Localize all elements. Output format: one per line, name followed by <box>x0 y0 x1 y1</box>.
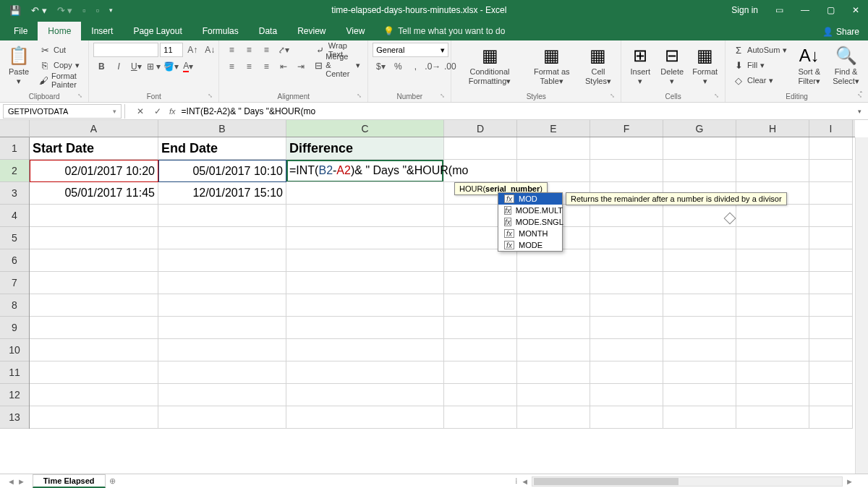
cell[interactable] <box>286 182 444 205</box>
insert-cells-button[interactable]: ⊞Insert▾ <box>626 43 655 87</box>
cell[interactable] <box>30 227 158 249</box>
align-bottom-icon[interactable]: ≡ <box>258 43 274 57</box>
row-header[interactable]: 7 <box>0 272 29 294</box>
cell[interactable] <box>517 406 590 429</box>
font-color-icon[interactable]: A▾ <box>180 59 196 74</box>
column-header[interactable]: C <box>286 120 444 137</box>
format-painter-button[interactable]: 🖌Format Painter <box>36 73 84 87</box>
cell[interactable] <box>444 272 517 294</box>
cell[interactable] <box>590 249 663 272</box>
cell[interactable] <box>444 137 517 160</box>
cell[interactable] <box>809 406 853 429</box>
underline-icon[interactable]: U ▾ <box>128 59 144 74</box>
cell[interactable] <box>444 361 517 384</box>
tab-home[interactable]: Home <box>38 22 81 40</box>
clear-button[interactable]: ◇Clear ▾ <box>730 73 790 87</box>
autocomplete-item[interactable]: fxMODE.MULT <box>498 205 562 216</box>
cell[interactable] <box>736 205 809 227</box>
cell[interactable] <box>444 339 517 361</box>
fill-button[interactable]: ⬇Fill ▾ <box>730 58 790 72</box>
sheet-tab[interactable]: Time Elapsed <box>33 474 106 488</box>
row-header[interactable]: 10 <box>0 339 29 361</box>
column-header[interactable]: G <box>663 120 736 137</box>
cell[interactable] <box>590 317 663 339</box>
autocomplete-item[interactable]: fxMODE <box>498 239 562 251</box>
autocomplete-item[interactable]: fxMOD <box>498 193 562 205</box>
expand-formula-icon[interactable]: ▾ <box>851 104 868 119</box>
row-header[interactable]: 2 <box>0 160 29 182</box>
align-center-icon[interactable]: ≡ <box>241 59 257 74</box>
cell[interactable] <box>517 317 590 339</box>
column-header[interactable]: E <box>517 120 590 137</box>
cell[interactable] <box>30 294 158 317</box>
cell[interactable] <box>590 406 663 429</box>
font-size-input[interactable] <box>160 43 183 57</box>
orientation-icon[interactable]: ⤤▾ <box>276 43 292 57</box>
font-name-input[interactable] <box>93 43 158 57</box>
horizontal-scrollbar[interactable] <box>532 476 843 487</box>
cell[interactable]: 02/01/2017 10:20 <box>30 160 158 182</box>
column-header[interactable]: B <box>158 120 286 137</box>
cell[interactable] <box>158 227 286 249</box>
cell[interactable] <box>158 272 286 294</box>
decrease-indent-icon[interactable]: ⇤ <box>276 59 292 74</box>
tab-formulas[interactable]: Formulas <box>192 22 249 40</box>
cell[interactable] <box>30 406 158 429</box>
cell[interactable] <box>663 317 736 339</box>
cell[interactable] <box>663 272 736 294</box>
undo-icon[interactable]: ↶ ▾ <box>29 5 49 16</box>
cell[interactable] <box>663 294 736 317</box>
cell[interactable] <box>158 361 286 384</box>
row-header[interactable]: 12 <box>0 384 29 406</box>
cell[interactable] <box>30 272 158 294</box>
align-top-icon[interactable]: ≡ <box>224 43 239 57</box>
cell[interactable] <box>517 384 590 406</box>
qat-more-icon[interactable]: ▾ <box>107 7 115 14</box>
maximize-icon[interactable]: ▢ <box>818 0 843 20</box>
cell[interactable] <box>30 384 158 406</box>
tab-view[interactable]: View <box>336 22 375 40</box>
copy-button[interactable]: ⎘Copy ▾ <box>36 58 84 72</box>
cell[interactable] <box>444 294 517 317</box>
cell[interactable] <box>286 227 444 249</box>
cell[interactable] <box>809 272 853 294</box>
cell[interactable] <box>663 227 736 249</box>
percent-icon[interactable]: % <box>390 59 406 74</box>
number-format-select[interactable]: General▾ <box>373 43 448 57</box>
cell[interactable] <box>444 406 517 429</box>
cell[interactable] <box>809 160 853 182</box>
name-box[interactable]: GETPIVOTDATA▾ <box>3 104 122 119</box>
fx-icon[interactable]: fx <box>166 107 179 116</box>
decrease-font-icon[interactable]: A↓ <box>202 43 218 57</box>
cell[interactable] <box>444 249 517 272</box>
conditional-formatting-button[interactable]: ▦Conditional Formatting▾ <box>456 43 523 87</box>
cell[interactable] <box>517 294 590 317</box>
italic-icon[interactable]: I <box>111 59 127 74</box>
cell[interactable] <box>590 361 663 384</box>
sort-filter-button[interactable]: A↓Sort & Filter▾ <box>793 43 825 87</box>
qat-btn[interactable]: ▫ <box>80 5 88 16</box>
cell[interactable] <box>809 249 853 272</box>
cell-styles-button[interactable]: ▦Cell Styles▾ <box>580 43 616 87</box>
cell[interactable]: 05/01/2017 11:45 <box>30 182 158 205</box>
split-icon[interactable]: ⁞ <box>515 476 518 486</box>
cell[interactable] <box>286 361 444 384</box>
cell[interactable] <box>590 272 663 294</box>
cell[interactable] <box>663 406 736 429</box>
cell[interactable] <box>736 384 809 406</box>
cell[interactable] <box>517 361 590 384</box>
cell[interactable] <box>663 361 736 384</box>
cell[interactable] <box>736 339 809 361</box>
cell[interactable] <box>286 384 444 406</box>
cell[interactable] <box>736 406 809 429</box>
cell[interactable] <box>809 137 853 160</box>
cell[interactable] <box>736 249 809 272</box>
enter-formula-icon[interactable]: ✓ <box>149 104 166 119</box>
row-header[interactable]: 11 <box>0 361 29 384</box>
increase-decimal-icon[interactable]: .0→ <box>425 59 441 74</box>
cell[interactable] <box>736 227 809 249</box>
sign-in-button[interactable]: Sign in <box>723 0 767 20</box>
cell[interactable] <box>809 294 853 317</box>
cell[interactable] <box>663 137 736 160</box>
column-header[interactable]: F <box>590 120 663 137</box>
